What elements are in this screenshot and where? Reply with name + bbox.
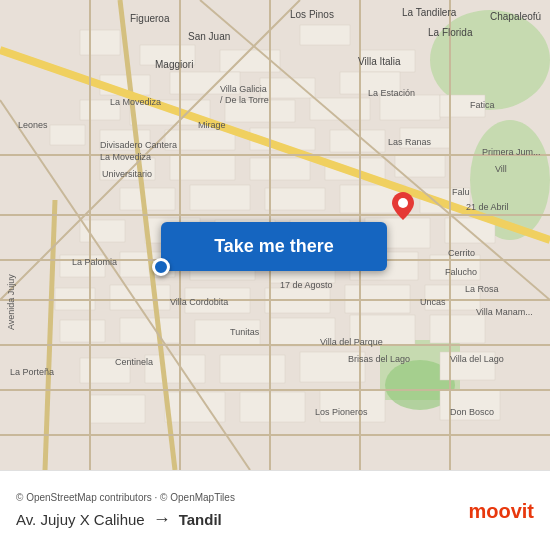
svg-text:Vill: Vill (495, 164, 507, 174)
svg-rect-28 (250, 158, 310, 180)
svg-text:17 de Agosto: 17 de Agosto (280, 280, 333, 290)
svg-text:Tunitas: Tunitas (230, 327, 260, 337)
svg-text:La Palomia: La Palomia (72, 257, 117, 267)
svg-text:Fatica: Fatica (470, 100, 495, 110)
svg-rect-24 (330, 130, 385, 152)
svg-text:La Rosa: La Rosa (465, 284, 499, 294)
svg-text:Primera Jum...: Primera Jum... (482, 147, 541, 157)
svg-rect-36 (80, 220, 125, 242)
moovit-logo: moovit (468, 499, 534, 522)
svg-text:Divisadero Cantera: Divisadero Cantera (100, 140, 177, 150)
origin-label: Av. Jujuy X Calihue (16, 511, 145, 528)
svg-text:Los Pioneros: Los Pioneros (315, 407, 368, 417)
svg-text:Villa del Parque: Villa del Parque (320, 337, 383, 347)
svg-point-129 (398, 198, 408, 208)
take-me-there-button[interactable]: Take me there (161, 222, 387, 271)
svg-text:Los Pinos: Los Pinos (290, 9, 334, 20)
svg-rect-31 (120, 188, 175, 210)
svg-rect-59 (430, 315, 485, 343)
svg-text:Villa del Lago: Villa del Lago (450, 354, 504, 364)
svg-text:Leones: Leones (18, 120, 48, 130)
svg-text:La Florida: La Florida (428, 27, 473, 38)
svg-text:La Porteña: La Porteña (10, 367, 54, 377)
svg-rect-62 (220, 355, 285, 383)
svg-text:Villa Italia: Villa Italia (358, 56, 401, 67)
svg-rect-33 (265, 188, 325, 210)
svg-text:La Movediza: La Movediza (110, 97, 161, 107)
svg-text:21 de Abril: 21 de Abril (466, 202, 509, 212)
svg-text:Cerrito: Cerrito (448, 248, 475, 258)
attribution: © OpenStreetMap contributors · © OpenMap… (16, 492, 534, 503)
svg-rect-20 (50, 125, 85, 145)
svg-text:Villa Cordobita: Villa Cordobita (170, 297, 228, 307)
location-pin (392, 192, 414, 220)
svg-text:Falu: Falu (452, 187, 470, 197)
svg-rect-67 (240, 392, 305, 422)
svg-rect-5 (80, 30, 120, 55)
svg-text:Universitario: Universitario (102, 169, 152, 179)
svg-rect-68 (320, 390, 385, 422)
svg-text:Las Ranas: Las Ranas (388, 137, 432, 147)
svg-text:Villa Manam...: Villa Manam... (476, 307, 533, 317)
svg-text:La Tandilera: La Tandilera (402, 7, 457, 18)
route-info: Av. Jujuy X Calihue → Tandil (16, 509, 534, 530)
svg-text:Figueroa: Figueroa (130, 13, 170, 24)
start-marker (152, 258, 170, 276)
svg-text:Mirage: Mirage (198, 120, 226, 130)
svg-rect-66 (165, 392, 225, 422)
route-arrow-icon: → (153, 509, 171, 530)
svg-text:Uncas: Uncas (420, 297, 446, 307)
svg-text:Avenida Jujuy: Avenida Jujuy (6, 274, 16, 330)
svg-rect-8 (300, 25, 350, 45)
svg-text:San Juan: San Juan (188, 31, 230, 42)
svg-text:Centinela: Centinela (115, 357, 153, 367)
svg-text:/ De la Torre: / De la Torre (220, 95, 269, 105)
destination-label: Tandil (179, 511, 222, 528)
svg-text:Don Bosco: Don Bosco (450, 407, 494, 417)
svg-text:La Movediza: La Movediza (100, 152, 151, 162)
svg-rect-54 (60, 320, 105, 342)
svg-text:Brisas del Lago: Brisas del Lago (348, 354, 410, 364)
bottom-bar: © OpenStreetMap contributors · © OpenMap… (0, 470, 550, 550)
svg-text:Chapaleofú: Chapaleofú (490, 11, 541, 22)
svg-rect-65 (90, 395, 145, 423)
svg-text:Falucho: Falucho (445, 267, 477, 277)
svg-text:La Estación: La Estación (368, 88, 415, 98)
svg-rect-18 (380, 95, 440, 120)
map-container: Figueroa Los Pinos La Tandilera Chapaleo… (0, 0, 550, 470)
svg-rect-32 (190, 185, 250, 210)
svg-text:Maggiori: Maggiori (155, 59, 193, 70)
svg-text:Villa Galicia: Villa Galicia (220, 84, 267, 94)
